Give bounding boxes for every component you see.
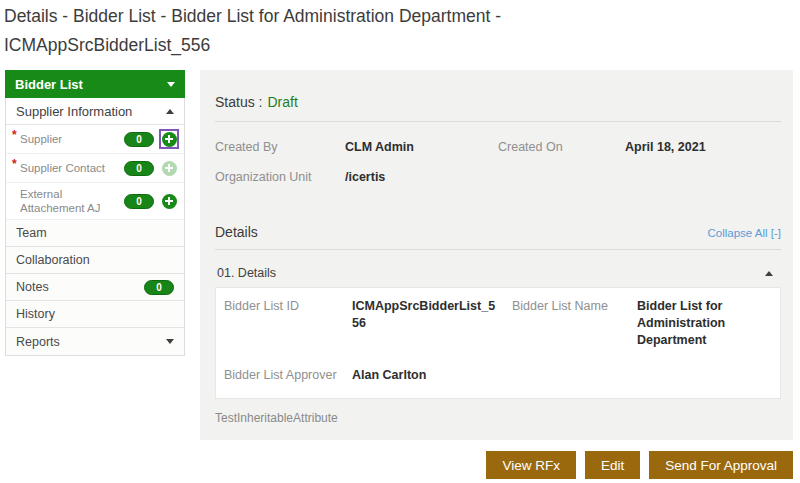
view-rfx-button[interactable]: View RFx [486,451,576,479]
test-inheritable-attribute-label: TestInheritableAttribute [215,411,781,425]
sidebar-item-collaboration[interactable]: Collaboration [6,247,184,274]
action-bar: View RFx Edit Send For Approval [486,451,793,479]
sidebar-item-history[interactable]: History [6,301,184,328]
chevron-down-icon [166,339,174,344]
organization-unit-label: Organization Unit [215,170,345,184]
sidebar-item-label: Reports [16,335,60,349]
main-panel: Status :Draft Created By CLM Admin Creat… [200,70,793,440]
plus-icon [162,132,177,147]
plus-icon [162,194,177,209]
add-external-attachement-button[interactable] [159,191,179,211]
divider [215,121,781,122]
edit-button[interactable]: Edit [585,451,640,479]
sidebar-header-label: Bidder List [15,77,83,92]
status-row: Status :Draft [215,70,781,110]
sidebar-item-reports[interactable]: Reports [6,328,184,355]
organization-unit-value: /icertis [345,170,498,184]
page-title: Details - Bidder List - Bidder List for … [4,2,624,60]
details-fields-box: Bidder List ID ICMAppSrcBidderList_556 B… [215,287,781,399]
sidebar-item-label: Supplier [20,132,124,146]
sidebar-item-external-attachement[interactable]: External Attachement AJ 0 [6,183,184,220]
add-supplier-contact-button [159,158,179,178]
sidebar-item-supplier[interactable]: * Supplier 0 [6,125,184,154]
sidebar-header-bidder-list[interactable]: Bidder List [5,70,185,98]
sidebar-item-label: External Attachement AJ [20,187,124,215]
status-badge: Draft [267,94,297,110]
sidebar-item-label: Notes [16,280,49,294]
sidebar-item-label: Collaboration [16,253,90,267]
sidebar-item-label: Supplier Contact [20,161,124,175]
chevron-up-icon [765,271,773,276]
divider [215,249,781,250]
bidder-list-id-value: ICMAppSrcBidderList_556 [352,298,512,349]
accordion-title: 01. Details [217,266,276,280]
count-badge: 0 [124,194,154,209]
sidebar-section-supplier-information[interactable]: Supplier Information [6,98,184,125]
bidder-list-name-label: Bidder List Name [512,298,637,349]
required-marker: * [12,128,17,142]
sidebar-section-label: Supplier Information [16,104,132,119]
chevron-up-icon [166,109,174,114]
bidder-list-approver-value: Alan Carlton [352,367,512,384]
bidder-list-name-value: Bidder List for Administration Departmen… [637,298,772,349]
created-by-value: CLM Admin [345,140,498,154]
sidebar-item-supplier-contact[interactable]: * Supplier Contact 0 [6,154,184,183]
collapse-all-link[interactable]: Collapse All [-] [707,227,781,239]
created-on-value: April 18, 2021 [625,140,781,154]
bidder-list-approver-label: Bidder List Approver [224,367,352,384]
count-badge: 0 [124,132,154,147]
required-marker: * [12,157,17,171]
count-badge: 0 [124,161,154,176]
plus-icon-disabled [162,161,177,176]
created-on-label: Created On [498,140,625,154]
details-section-title: Details [215,224,258,240]
sidebar-item-label: Team [16,226,47,240]
sidebar-item-team[interactable]: Team [6,220,184,247]
details-header: Details Collapse All [-] [215,224,781,240]
sidebar: Bidder List Supplier Information * Suppl… [5,70,185,356]
add-supplier-button[interactable] [159,129,179,149]
sidebar-item-notes[interactable]: Notes 0 [6,274,184,301]
send-for-approval-button[interactable]: Send For Approval [649,451,793,479]
created-by-label: Created By [215,140,345,154]
sidebar-item-label: History [16,307,55,321]
count-badge: 0 [144,280,174,295]
status-label: Status : [215,94,262,110]
bidder-list-id-label: Bidder List ID [224,298,352,349]
summary-fields: Created By CLM Admin Created On April 18… [215,140,781,184]
accordion-header-01-details[interactable]: 01. Details [215,259,781,287]
chevron-down-icon [167,82,175,87]
